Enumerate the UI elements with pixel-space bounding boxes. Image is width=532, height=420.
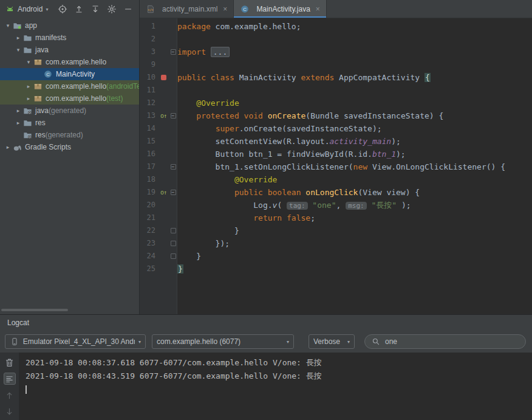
fold-start-icon[interactable]: −	[169, 186, 177, 199]
chevron-down-icon[interactable]: ▾	[24, 59, 33, 65]
line-number[interactable]: 2	[140, 33, 158, 46]
collapse-all-icon[interactable]	[90, 4, 100, 14]
tree-item-label: MainActivity	[56, 70, 95, 78]
line-number[interactable]: 25	[140, 263, 158, 275]
chevron-down-icon: ▾	[287, 339, 289, 345]
code-text: }	[177, 250, 201, 263]
hscrollbar-thumb[interactable]	[1, 309, 68, 311]
tree-item-com-example-hello[interactable]: ▾com.example.hello	[0, 56, 139, 68]
tree-item-com-example-hello-androidtest[interactable]: ▸com.example.hello (androidTest)	[0, 80, 139, 92]
delete-icon[interactable]	[4, 356, 16, 368]
tree-item-gradle-scripts[interactable]: ▸Gradle Scripts	[0, 141, 139, 153]
arrow-down-icon[interactable]	[4, 405, 16, 418]
code-text: @Override	[177, 173, 277, 186]
line-number[interactable]: 22	[140, 224, 158, 237]
fold-start-icon[interactable]: −	[169, 109, 177, 122]
line-number[interactable]: 21	[140, 212, 158, 224]
chevron-down-icon: ▾	[138, 339, 141, 345]
line-number[interactable]: 13	[140, 109, 158, 122]
code-editor[interactable]: 1package com.example.hello;23−import ...…	[140, 18, 532, 314]
chevron-right-icon[interactable]: ▸	[4, 144, 12, 150]
settings-icon[interactable]	[107, 4, 117, 14]
fold-spacer	[169, 33, 177, 46]
gutter-spacer	[158, 84, 169, 97]
tab-mainactivity-java[interactable]: CMainActivity.java×	[234, 0, 327, 18]
line-number[interactable]: 23	[140, 237, 158, 250]
tree-item-app[interactable]: ▾app	[0, 19, 139, 32]
line-number[interactable]: 12	[140, 97, 158, 109]
chevron-down-icon[interactable]: ▾	[14, 47, 22, 53]
tab-activity-main-xml[interactable]: </>activity_main.xml×	[140, 0, 234, 18]
line-number[interactable]: 20	[140, 199, 158, 212]
code-text: return false;	[177, 212, 315, 224]
chevron-right-icon[interactable]: ▸	[24, 83, 33, 89]
line-number[interactable]: 10	[140, 71, 158, 84]
arrow-up-icon[interactable]	[4, 389, 16, 401]
folder-icon	[22, 33, 32, 43]
line-number[interactable]: 18	[140, 173, 158, 186]
device-selector-value: Emulator Pixel_4_XL_API_30 Andr	[23, 337, 135, 346]
line-number[interactable]: 15	[140, 135, 158, 148]
chevron-right-icon[interactable]: ▸	[24, 95, 33, 102]
project-hscrollbar[interactable]	[0, 309, 139, 311]
tree-item-manifests[interactable]: ▸manifests	[0, 32, 139, 44]
chevron-down-icon[interactable]: ▾	[4, 22, 12, 29]
svg-text:C: C	[46, 72, 50, 77]
tree-item-mainactivity[interactable]: CMainActivity	[0, 68, 139, 80]
fold-end-icon[interactable]	[169, 250, 177, 263]
tree-item-java[interactable]: ▾java	[0, 44, 139, 56]
code-text: });	[177, 237, 230, 250]
hide-panel-icon[interactable]	[123, 4, 133, 14]
line-number[interactable]: 16	[140, 148, 158, 160]
line-number[interactable]: 11	[140, 84, 158, 97]
tree-item-res[interactable]: ▸res	[0, 117, 139, 129]
code-line: 13o↑− protected void onCreate(Bundle sav…	[140, 109, 532, 122]
gutter-spacer	[158, 263, 169, 275]
tree-item-suffix: (generated)	[49, 106, 86, 115]
folder-icon	[22, 118, 32, 128]
log-level-value: Verbose	[313, 337, 340, 346]
line-number[interactable]: 14	[140, 122, 158, 135]
line-number[interactable]: 17	[140, 160, 158, 173]
tab-close-icon[interactable]: ×	[223, 5, 227, 13]
class-marker-icon[interactable]	[158, 71, 169, 84]
line-number[interactable]: 3	[140, 46, 158, 58]
tab-close-icon[interactable]: ×	[316, 5, 320, 13]
code-lines: 1package com.example.hello;23−import ...…	[140, 18, 532, 275]
line-number[interactable]: 9	[140, 58, 158, 71]
line-number[interactable]: 24	[140, 250, 158, 263]
chevron-right-icon[interactable]: ▸	[14, 120, 22, 126]
chevron-right-icon[interactable]: ▸	[14, 35, 22, 41]
device-selector[interactable]: Emulator Pixel_4_XL_API_30 Andr ▾	[5, 334, 146, 349]
fold-start-icon[interactable]: −	[169, 46, 177, 58]
gutter-spacer	[158, 250, 169, 263]
svg-text:C: C	[244, 6, 247, 12]
text-caret	[26, 385, 27, 394]
line-number[interactable]: 1	[140, 20, 158, 33]
fold-end-icon[interactable]	[169, 224, 177, 237]
tree-item-suffix: (androidTest)	[106, 82, 139, 91]
locate-file-icon[interactable]	[58, 4, 67, 14]
log-level-selector[interactable]: Verbose ▾	[309, 334, 355, 349]
logcat-search-field[interactable]: one	[364, 334, 526, 349]
search-input[interactable]: one	[385, 337, 397, 346]
project-view-header: Android ▾	[0, 0, 139, 18]
tree-item-com-example-hello-test[interactable]: ▸com.example.hello (test)	[0, 92, 139, 105]
fold-end-icon[interactable]	[169, 237, 177, 250]
tree-item-res-generated[interactable]: res (generated)	[0, 129, 139, 141]
code-text: setContentView(R.layout.activity_main);	[177, 135, 401, 148]
chevron-right-icon[interactable]: ▸	[14, 108, 22, 114]
display-settings-icon[interactable]	[4, 373, 16, 385]
logcat-side-toolbar	[0, 353, 19, 420]
overriding-method-icon[interactable]: o↑	[158, 109, 169, 122]
overriding-method-icon[interactable]: o↑	[158, 186, 169, 199]
process-selector[interactable]: com.example.hello (6077) ▾	[152, 334, 294, 349]
project-view-selector[interactable]: Android	[18, 5, 43, 13]
fold-start-icon[interactable]: −	[169, 160, 177, 173]
tree-item-label: res	[35, 119, 46, 127]
logcat-title[interactable]: Logcat	[7, 318, 29, 327]
expand-all-icon[interactable]	[74, 4, 84, 14]
code-text: }	[177, 224, 239, 237]
tree-item-java-generated[interactable]: ▸java (generated)	[0, 105, 139, 117]
line-number[interactable]: 19	[140, 186, 158, 199]
